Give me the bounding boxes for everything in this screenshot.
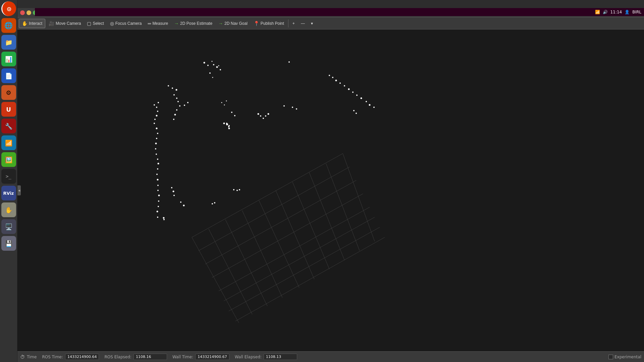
launcher-icon-home[interactable]: ⊙ [1,1,16,16]
toolbar-dropdown-button[interactable]: ▾ [308,19,316,28]
system-panel: 📶 🔊 11:14 👤 BIRL [35,8,644,16]
svg-point-49 [158,195,160,196]
toolbar-2d-pose-button[interactable]: → 2D Pose Estimate [171,19,215,28]
select-icon: ▢ [87,21,91,26]
svg-point-107 [233,189,234,190]
canvas-area[interactable]: ◀ [17,29,644,351]
add-icon: + [292,21,295,26]
focus-camera-label: Focus Camera [115,21,142,26]
toolbar-2d-nav-button[interactable]: → 2D Nav Goal [216,19,250,28]
experimental-checkbox[interactable] [608,355,613,359]
experimental-section: Experimental [608,355,641,359]
svg-point-30 [154,104,155,106]
toolbar-select-button[interactable]: ▢ Select [84,19,106,28]
network-icon: 📶 [595,10,600,14]
svg-point-66 [187,102,189,103]
svg-point-74 [329,75,330,76]
svg-point-88 [258,113,259,115]
focus-camera-icon: ◎ [110,21,114,26]
svg-point-19 [288,61,290,63]
collapse-handle[interactable]: ◀ [17,185,21,195]
svg-point-59 [176,98,177,99]
toolbar-remove-button[interactable]: — [298,19,308,28]
svg-point-84 [369,104,371,106]
svg-point-27 [209,72,211,74]
sound-icon: 🔊 [603,10,608,14]
launcher-icon-monitor[interactable]: 🖥️ [1,219,16,234]
svg-point-93 [223,123,225,124]
svg-point-48 [157,190,159,191]
svg-point-24 [216,66,218,68]
launcher-icon-graphics[interactable]: 🖼️ [1,152,16,167]
launcher-icon-network[interactable]: 📶 [1,135,16,150]
measure-label: Measure [152,21,168,26]
svg-point-92 [268,113,269,115]
2d-nav-label: 2D Nav Goal [224,21,248,26]
ros-elapsed-label: ROS Elapsed: [104,355,131,359]
toolbar-publish-point-button[interactable]: 📍 Publish Point [251,19,287,28]
ros-time-section: ROS Time: 1433214900.64 [42,354,99,360]
main-area: 📶 🔊 11:14 👤 BIRL RViz* ✋ Interact 🎥 Move… [17,8,644,362]
toolbar-focus-camera-button[interactable]: ◎ Focus Camera [107,19,145,28]
launcher-icon-document[interactable]: 📄 [1,68,16,83]
username: BIRL [632,10,641,14]
2d-pose-icon: → [174,21,179,26]
svg-point-45 [156,174,158,175]
interact-icon: ✋ [22,21,28,26]
svg-point-57 [176,89,177,91]
svg-point-22 [212,61,213,62]
publish-point-icon: 📍 [254,21,259,26]
ros-time-value: 1433214900.64 [65,354,99,360]
svg-point-46 [157,179,159,181]
window-close-button[interactable] [20,10,25,15]
collapse-icon: ◀ [18,189,20,192]
svg-point-69 [226,101,227,102]
wall-time-label: Wall Time: [172,355,193,359]
launcher-icon-disk[interactable]: 💾 [1,236,16,251]
select-label: Select [93,21,104,26]
launcher-icon-hand[interactable]: ✋ [1,202,16,217]
svg-point-41 [156,154,157,155]
launcher-icon-terminal[interactable]: >_ [1,169,16,184]
svg-point-42 [157,159,158,160]
wall-time-value: 1433214900.67 [195,354,229,360]
svg-point-109 [239,189,240,190]
toolbar-add-button[interactable]: + [290,19,298,28]
svg-point-29 [158,102,159,103]
svg-point-32 [157,111,158,112]
launcher-icon-spreadsheet[interactable]: 📊 [1,52,16,66]
svg-point-52 [157,211,158,213]
svg-point-67 [221,102,222,103]
svg-point-100 [171,187,172,188]
svg-rect-0 [17,29,644,351]
publish-point-label: Publish Point [261,21,284,26]
launcher-icon-software[interactable]: ⚙️ [1,85,16,100]
toolbar-move-camera-button[interactable]: 🎥 Move Camera [46,19,84,28]
2d-pose-label: 2D Pose Estimate [180,21,212,26]
window-minimize-button[interactable] [26,10,31,15]
time-section-label: Time [27,355,37,359]
launcher-icon-tools[interactable]: 🔧 [1,119,16,133]
ros-elapsed-section: ROS Elapsed: 1108.16 [104,354,167,360]
svg-point-77 [339,82,341,84]
svg-point-40 [155,148,156,149]
launcher-icon-ubuntu[interactable]: U [1,102,16,117]
svg-point-87 [356,113,357,114]
launcher-icon-browser[interactable]: 🌐 [1,18,16,33]
svg-point-70 [231,112,232,113]
svg-point-60 [177,101,179,102]
toolbar-interact-button[interactable]: ✋ Interact [19,19,45,28]
svg-point-47 [157,185,159,186]
svg-point-95 [228,125,230,126]
launcher-icon-rviz[interactable]: RViz [1,186,16,200]
svg-point-39 [155,143,157,144]
svg-point-110 [163,217,165,219]
wall-elapsed-section: Wall Elapsed: 1108.13 [235,354,297,360]
ros-elapsed-value: 1108.16 [133,354,167,360]
toolbar-measure-button[interactable]: ═ Measure [145,19,171,28]
time-section: ⏱ Time [20,354,37,360]
svg-point-98 [296,108,297,110]
launcher-icon-files[interactable]: 📁 [1,35,16,50]
remove-icon: — [301,21,305,26]
svg-point-63 [174,114,176,116]
